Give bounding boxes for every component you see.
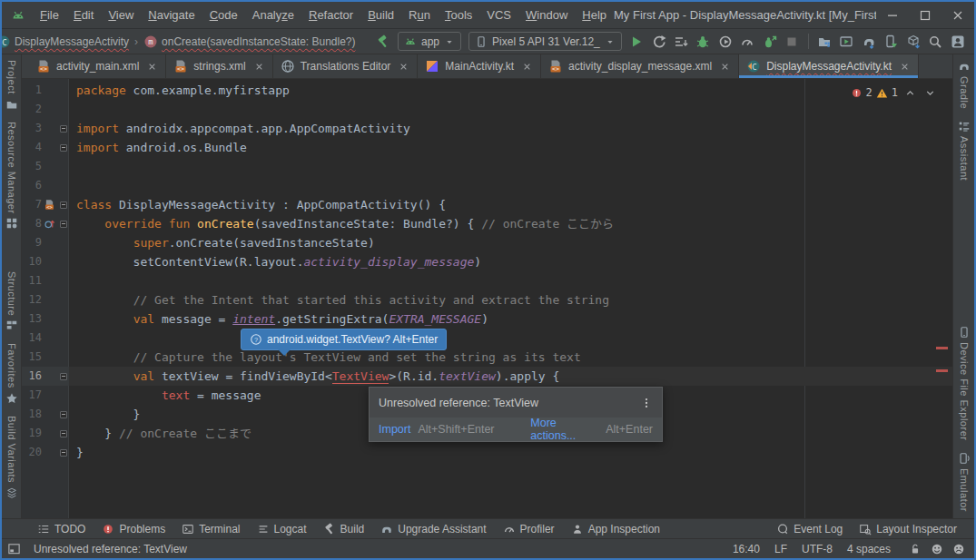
toolwindow-switcher-icon[interactable] [7,542,21,555]
code-line[interactable]: 8 override fun onCreate(savedInstanceSta… [22,214,952,233]
code-line[interactable]: 14 [22,329,952,348]
lock-open-button[interactable] [909,543,922,555]
toolwindow-todo[interactable]: TODO [29,519,94,539]
toolwindow-layout-inspector[interactable]: Layout Inspector [851,519,965,539]
breadcrumb-item[interactable]: DisplayMessageActivity [15,35,129,48]
profiler-button[interactable] [736,31,758,53]
tool-stripe-emulator[interactable]: Emulator [958,447,971,517]
code-line[interactable]: 12 // Get the Intent that started this a… [22,290,952,309]
more-options-kebab-icon[interactable] [640,397,653,409]
status-item[interactable]: UTF-8 [802,543,833,555]
toolwindow-problems[interactable]: Problems [94,519,173,539]
close-tab-icon[interactable] [899,61,911,73]
inspection-widget[interactable]: 21 [851,82,938,103]
fold-marker[interactable] [60,144,67,152]
tool-stripe-favorites[interactable]: Favorites [5,338,18,410]
tab-strings.xml[interactable]: <>strings.xml [166,54,272,78]
tool-stripe-project[interactable]: Project [5,54,18,116]
status-item[interactable]: 16:40 [733,543,760,555]
tab-DisplayMessageActivity.kt[interactable]: CDisplayMessageActivity.kt [739,54,919,78]
toolwindow-logcat[interactable]: Logcat [249,519,315,539]
tool-stripe-build-variants[interactable]: Build Variants [5,410,18,505]
run-configuration-select[interactable]: app [398,32,461,51]
code-line[interactable]: 4 import android.os.Bundle [22,138,952,157]
menu-tools[interactable]: Tools [438,2,479,29]
menu-analyze[interactable]: Analyze [245,2,301,29]
fold-marker[interactable] [60,221,67,228]
maximize-button[interactable] [909,2,941,29]
code-line[interactable]: 2 [22,100,952,119]
code-line[interactable]: 1 package com.example.myfirstapp [22,81,952,100]
tool-stripe-resource-manager[interactable]: Resource Manager [5,116,18,236]
close-tab-icon[interactable] [719,61,731,73]
tool-stripe-structure[interactable]: Structure [5,266,18,338]
sync-gradle-button[interactable] [858,31,880,53]
running-devices-button[interactable] [835,31,857,53]
code-line[interactable]: 13 val message = intent.getStringExtra(E… [22,309,952,329]
code-line[interactable]: 3 import androidx.appcompat.app.AppCompa… [22,119,952,138]
code-line[interactable]: 20 } [22,443,952,462]
code-line[interactable]: 5 [22,157,952,176]
code-line[interactable]: 15 // Capture the layout's TextView and … [22,348,952,367]
menu-run[interactable]: Run [401,2,438,29]
debug-button[interactable] [692,31,714,53]
apply-changes-button[interactable] [647,31,669,53]
code-line[interactable]: 10 setContentView(R.layout.activity_disp… [22,252,952,271]
menu-code[interactable]: Code [202,2,245,29]
tab-activity_main.xml[interactable]: <>activity_main.xml [29,54,166,78]
fold-marker[interactable] [60,411,67,418]
menu-build[interactable]: Build [360,2,401,29]
run-button[interactable] [626,31,647,53]
fold-marker[interactable] [60,430,67,437]
code-line[interactable]: 7 <> class DisplayMessageActivity : AppC… [22,195,952,214]
menu-window[interactable]: Window [518,2,575,29]
close-tab-icon[interactable] [521,61,533,73]
toolwindow-event-log[interactable]: Event Log [768,519,851,539]
menu-navigate[interactable]: Navigate [141,2,202,29]
search-everywhere-button[interactable] [924,31,946,53]
code-line[interactable]: 9 super.onCreate(savedInstanceState) [22,233,952,252]
status-item[interactable]: LF [774,543,787,555]
smile-button[interactable] [931,543,943,555]
popup-action-more-actions-[interactable]: More actions... [530,417,598,442]
apply-code-changes-button[interactable] [670,31,692,53]
toolwindow-upgrade-assistant[interactable]: Upgrade Assistant [372,519,494,539]
close-tab-icon[interactable] [253,61,265,73]
status-item[interactable]: 4 spaces [847,543,891,555]
tab-MainActivity.kt[interactable]: MainActivity.kt [418,54,541,78]
toolwindow-terminal[interactable]: Terminal [173,519,248,539]
profile-app-button[interactable] [715,31,736,53]
minimize-button[interactable] [876,2,909,29]
attach-debugger-button[interactable] [759,31,781,53]
code-line[interactable]: 16 val textView = findViewById<TextView>… [22,367,952,386]
sdk-manager-button[interactable] [902,31,924,53]
fold-marker[interactable] [60,373,67,380]
menu-refactor[interactable]: Refactor [301,2,360,29]
tab-Translations Editor[interactable]: Translations Editor [273,54,419,78]
import-hint-tooltip[interactable]: ? android.widget.TextView? Alt+Enter [241,329,447,350]
frown-button[interactable] [952,543,965,555]
fold-marker[interactable] [60,201,67,209]
tool-stripe-gradle[interactable]: Gradle [958,54,971,114]
menu-file[interactable]: File [33,2,66,29]
tool-stripe-assistant[interactable]: Assistant [958,114,971,186]
fold-marker[interactable] [60,125,67,133]
build-project-button[interactable] [372,31,394,53]
code-editor[interactable]: 1 package com.example.myfirstapp 2 3 imp… [22,79,952,518]
error-stripe-mark[interactable] [936,347,948,349]
menu-view[interactable]: View [101,2,141,29]
menu-help[interactable]: Help [575,2,614,29]
toolwindow-profiler[interactable]: Profiler [495,519,563,539]
code-line[interactable]: 11 [22,271,952,290]
close-button[interactable] [941,2,974,29]
tool-stripe-device-file-explorer[interactable]: Device File Explorer [958,320,971,446]
popup-action-import[interactable]: Import [379,423,410,436]
menu-vcs[interactable]: VCS [479,2,518,29]
toolwindow-build[interactable]: Build [315,519,373,539]
stop-button[interactable] [781,31,803,53]
next-error-button[interactable] [922,82,938,103]
code-line[interactable]: 6 [22,176,952,195]
fold-marker[interactable] [60,449,67,457]
device-manager-button[interactable] [813,31,835,53]
menu-edit[interactable]: Edit [66,2,101,29]
